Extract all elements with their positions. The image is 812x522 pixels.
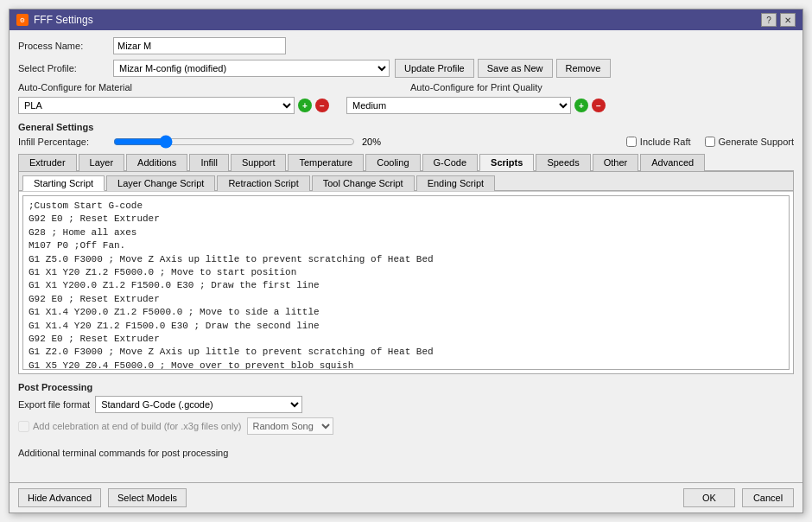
- hide-advanced-button[interactable]: Hide Advanced: [18, 488, 101, 507]
- tab-ending-script[interactable]: Ending Script: [416, 175, 495, 191]
- fff-settings-window: ⚙ FFF Settings ? ✕ Process Name: Select …: [9, 9, 803, 513]
- script-line-4: M107 P0 ;Off Fan.: [29, 239, 783, 252]
- quality-add-button[interactable]: +: [574, 99, 588, 112]
- tab-layer-change-script[interactable]: Layer Change Script: [106, 175, 215, 191]
- title-bar-left: ⚙ FFF Settings: [16, 14, 93, 26]
- select-profile-label: Select Profile:: [18, 63, 113, 73]
- tab-temperature[interactable]: Temperature: [288, 154, 364, 171]
- tab-layer[interactable]: Layer: [79, 154, 125, 171]
- script-tabs-bar: Starting Script Layer Change Script Retr…: [19, 172, 793, 191]
- process-name-row: Process Name:: [18, 37, 794, 54]
- quality-dropdown[interactable]: Medium: [346, 97, 571, 114]
- auto-configure-material-label: Auto-Configure for Material: [18, 82, 132, 92]
- export-format-row: Export file format Standard G-Code (.gco…: [18, 396, 794, 413]
- main-tabs-bar: Extruder Layer Additions Infill Support …: [18, 153, 794, 171]
- script-line-13: G1 X5 Y20 Z0.4 F5000.0 ; Move over to pr…: [29, 360, 783, 370]
- post-processing-section: Post Processing Export file format Stand…: [18, 379, 794, 475]
- script-line-11: G92 E0 ; Reset Extruder: [29, 333, 783, 346]
- title-bar-controls: ? ✕: [761, 13, 796, 27]
- help-button[interactable]: ?: [761, 13, 777, 27]
- generate-support-checkbox[interactable]: [705, 137, 715, 147]
- generate-support-checkbox-row: Generate Support: [705, 137, 794, 147]
- script-line-12: G1 Z2.0 F3000 ; Move Z Axis up little to…: [29, 346, 783, 359]
- script-line-1: ;Custom Start G-code: [29, 200, 783, 213]
- save-as-new-button[interactable]: Save as New: [478, 59, 553, 78]
- tab-advanced[interactable]: Advanced: [640, 154, 705, 171]
- infill-value: 20%: [362, 137, 381, 147]
- infill-label: Infill Percentage:: [18, 137, 113, 147]
- cancel-button[interactable]: Cancel: [742, 488, 794, 507]
- include-raft-checkbox[interactable]: [626, 137, 637, 147]
- script-line-2: G92 E0 ; Reset Extruder: [29, 213, 783, 226]
- generate-support-label: Generate Support: [719, 137, 794, 147]
- script-line-6: G1 X1 Y20 Z1.2 F5000.0 ; Move to start p…: [29, 266, 783, 279]
- remove-button[interactable]: Remove: [556, 59, 611, 78]
- include-raft-checkbox-row: Include Raft: [626, 137, 691, 147]
- script-line-8: G92 E0 ; Reset Extruder: [29, 293, 783, 306]
- script-line-7: G1 X1 Y200.0 Z1.2 F1500.0 E30 ; Draw the…: [29, 279, 783, 292]
- ok-button[interactable]: OK: [683, 488, 735, 507]
- tab-starting-script[interactable]: Starting Script: [22, 175, 105, 191]
- general-settings-title: General Settings: [18, 122, 794, 132]
- tab-tool-change-script[interactable]: Tool Change Script: [312, 175, 415, 191]
- tab-cooling[interactable]: Cooling: [365, 154, 420, 171]
- scripts-tab-content: Starting Script Layer Change Script Retr…: [18, 171, 794, 374]
- tab-infill[interactable]: Infill: [189, 154, 229, 171]
- tab-additions[interactable]: Additions: [126, 154, 187, 171]
- tab-speeds[interactable]: Speeds: [536, 154, 590, 171]
- script-line-9: G1 X1.4 Y200.0 Z1.2 F5000.0 ; Move to si…: [29, 306, 783, 319]
- title-bar: ⚙ FFF Settings ? ✕: [10, 10, 802, 30]
- bottom-bar-right: OK Cancel: [683, 488, 794, 507]
- material-remove-button[interactable]: −: [315, 99, 329, 112]
- tab-support[interactable]: Support: [231, 154, 287, 171]
- tab-extruder[interactable]: Extruder: [18, 154, 77, 171]
- process-name-input[interactable]: [113, 37, 286, 54]
- select-profile-row: Select Profile: Mizar M-config (modified…: [18, 59, 794, 78]
- script-line-3: G28 ; Home all axes: [29, 226, 783, 239]
- post-processing-title: Post Processing: [18, 382, 794, 392]
- celebration-dropdown[interactable]: Random Song: [247, 417, 333, 435]
- additional-terminal-label: Additional terminal commands for post pr…: [18, 448, 794, 458]
- tab-gcode[interactable]: G-Code: [422, 154, 479, 171]
- infill-row: Infill Percentage: 20% Include Raft Gene…: [18, 136, 794, 148]
- close-button[interactable]: ✕: [780, 13, 796, 27]
- tab-scripts[interactable]: Scripts: [479, 154, 534, 171]
- script-line-10: G1 X1.4 Y20 Z1.2 F1500.0 E30 ; Draw the …: [29, 320, 783, 333]
- select-profile-dropdown[interactable]: Mizar M-config (modified): [113, 60, 390, 77]
- auto-configure-row: Auto-Configure for Material Auto-Configu…: [18, 82, 794, 92]
- export-format-dropdown[interactable]: Standard G-Code (.gcode): [95, 396, 302, 413]
- quality-remove-button[interactable]: −: [592, 99, 606, 112]
- celebration-row: Add celebration at end of build (for .x3…: [18, 417, 794, 435]
- bottom-bar-left: Hide Advanced Select Models: [18, 488, 187, 507]
- celebration-label: Add celebration at end of build (for .x3…: [33, 421, 242, 431]
- script-line-5: G1 Z5.0 F3000 ; Move Z Axis up little to…: [29, 253, 783, 266]
- include-raft-label: Include Raft: [640, 137, 691, 147]
- infill-slider[interactable]: [113, 136, 355, 148]
- window-title: FFF Settings: [34, 14, 93, 26]
- tab-retraction-script[interactable]: Retraction Script: [217, 175, 309, 191]
- process-name-label: Process Name:: [18, 41, 113, 51]
- main-content: Process Name: Select Profile: Mizar M-co…: [10, 30, 802, 482]
- auto-configure-quality-label: Auto-Configure for Print Quality: [410, 82, 542, 92]
- material-add-button[interactable]: +: [298, 99, 312, 112]
- bottom-bar: Hide Advanced Select Models OK Cancel: [10, 482, 802, 512]
- tab-other[interactable]: Other: [593, 154, 639, 171]
- material-dropdown[interactable]: PLA: [18, 97, 295, 114]
- select-models-button[interactable]: Select Models: [108, 488, 187, 507]
- app-icon: ⚙: [16, 14, 29, 26]
- export-format-label: Export file format: [18, 399, 90, 410]
- update-profile-button[interactable]: Update Profile: [395, 59, 474, 78]
- material-quality-row: PLA + − Medium + −: [18, 97, 794, 114]
- script-editor[interactable]: ;Custom Start G-code G92 E0 ; Reset Extr…: [22, 195, 790, 370]
- celebration-checkbox[interactable]: [18, 421, 29, 432]
